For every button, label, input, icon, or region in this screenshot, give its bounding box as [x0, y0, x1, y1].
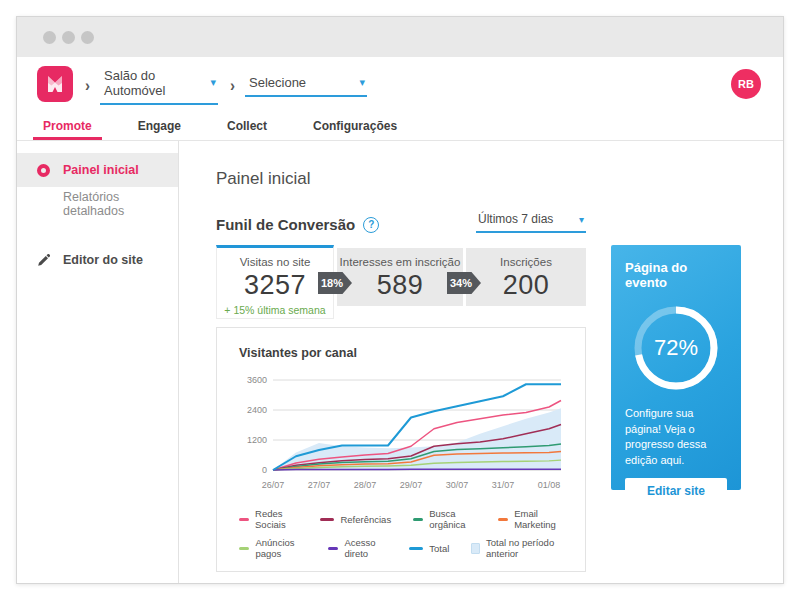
- edition-select[interactable]: Selecione ▾: [245, 71, 367, 97]
- event-page-card-title: Página do evento: [625, 260, 727, 290]
- tab-collect[interactable]: Collect: [217, 111, 277, 140]
- legend-swatch: [413, 518, 423, 521]
- main-nav-tabs: Promote Engage Collect Configurações: [17, 111, 783, 141]
- legend-item[interactable]: Referências: [320, 508, 391, 530]
- app-header: › Salão do Automóvel ▾ › Selecione ▾ RB: [17, 57, 783, 111]
- period-select[interactable]: Últimos 7 dias ▾: [476, 209, 586, 233]
- svg-text:1200: 1200: [247, 435, 267, 445]
- edit-site-button[interactable]: Editar site: [625, 478, 727, 504]
- event-page-description: Configure sua página! Veja o progresso d…: [625, 406, 727, 468]
- legend-swatch: [471, 543, 480, 554]
- svg-text:3600: 3600: [247, 375, 267, 385]
- legend-label: Redes Sociais: [255, 508, 298, 530]
- user-avatar[interactable]: RB: [731, 69, 761, 99]
- funnel-card-label: Visitas no site: [240, 256, 311, 268]
- svg-text:0: 0: [262, 465, 267, 475]
- main-content: Painel inicial Funil de Conversão ? Últi…: [179, 141, 783, 583]
- tab-configuracoes[interactable]: Configurações: [303, 111, 407, 140]
- svg-text:01/08: 01/08: [538, 480, 561, 490]
- svg-text:26/07: 26/07: [262, 480, 285, 490]
- legend-item[interactable]: Acesso direto: [328, 537, 387, 559]
- progress-percent-label: 72%: [628, 300, 724, 396]
- caret-down-icon: ▾: [210, 76, 216, 89]
- period-select-value: Últimos 7 dias: [478, 212, 553, 226]
- help-icon[interactable]: ?: [363, 217, 379, 233]
- legend-swatch: [239, 547, 249, 550]
- legend-item[interactable]: Email Marketing: [498, 508, 563, 530]
- breadcrumb-chevron-icon: ›: [230, 74, 235, 94]
- tab-engage[interactable]: Engage: [128, 111, 191, 140]
- funnel-card-value: 589: [377, 270, 424, 301]
- window-control-dot[interactable]: [43, 31, 56, 44]
- funnel-card-label: Inscrições: [500, 256, 552, 268]
- chart-legend: Redes SociaisReferênciasBusca orgânicaEm…: [239, 508, 563, 559]
- legend-swatch: [498, 518, 508, 521]
- legend-item[interactable]: Total no período anterior: [471, 537, 563, 559]
- page-title: Painel inicial: [216, 169, 783, 189]
- window-titlebar: [17, 17, 783, 57]
- progress-ring: 72%: [628, 300, 724, 396]
- legend-item[interactable]: Busca orgânica: [413, 508, 476, 530]
- legend-swatch: [328, 547, 338, 550]
- legend-label: Total no período anterior: [486, 537, 563, 559]
- legend-label: Total: [429, 543, 449, 554]
- window-control-dot[interactable]: [62, 31, 75, 44]
- sidebar-item-painel-inicial[interactable]: Painel inicial: [17, 153, 178, 187]
- funnel-card-label: Interesses em inscrição: [340, 256, 461, 268]
- legend-swatch: [409, 547, 423, 550]
- funnel-card-note: + 15% última semana: [224, 304, 325, 316]
- funnel-section-title: Funil de Conversão: [216, 216, 355, 233]
- funnel-card-interesses[interactable]: Interesses em inscrição 589: [337, 248, 463, 306]
- sidebar-item-label: Painel inicial: [63, 163, 139, 177]
- breadcrumb-chevron-icon: ›: [85, 74, 90, 94]
- svg-text:31/07: 31/07: [492, 480, 515, 490]
- sidebar-item-label: Relatórios detalhados: [63, 190, 178, 218]
- event-select-value: Salão do Automóvel: [104, 68, 202, 98]
- window-control-dot[interactable]: [81, 31, 94, 44]
- legend-item[interactable]: Redes Sociais: [239, 508, 298, 530]
- legend-swatch: [239, 518, 249, 521]
- sidebar-item-label: Editor do site: [63, 253, 143, 267]
- caret-down-icon: ▾: [359, 76, 365, 89]
- event-select[interactable]: Salão do Automóvel ▾: [100, 64, 218, 105]
- legend-label: Anúncios pagos: [255, 537, 306, 559]
- funnel-card-value: 200: [503, 270, 550, 301]
- svg-text:28/07: 28/07: [354, 480, 377, 490]
- funnel-card-value: 3257: [244, 270, 306, 301]
- funnel-cards: Visitas no site 3257 + 15% última semana…: [216, 245, 586, 319]
- sidebar-item-editor-do-site[interactable]: Editor do site: [17, 243, 178, 277]
- sidebar-item-relatorios-detalhados[interactable]: Relatórios detalhados: [17, 187, 178, 221]
- legend-item[interactable]: Total: [409, 537, 449, 559]
- svg-text:2400: 2400: [247, 405, 267, 415]
- legend-label: Acesso direto: [344, 537, 387, 559]
- visitors-line-chart: 012002400360026/0727/0728/0729/0730/0731…: [239, 368, 565, 500]
- browser-window: › Salão do Automóvel ▾ › Selecione ▾ RB …: [16, 16, 784, 584]
- sidebar: Painel inicial Relatórios detalhados Edi…: [17, 141, 179, 583]
- ring-icon: [37, 164, 63, 177]
- tab-promote[interactable]: Promote: [33, 111, 102, 140]
- event-page-card: Página do evento 72% Configure sua págin…: [611, 245, 741, 490]
- visitors-chart-card: Visitantes por canal 012002400360026/072…: [216, 327, 586, 572]
- legend-label: Busca orgânica: [429, 508, 476, 530]
- funnel-card-inscricoes[interactable]: Inscrições 200: [466, 248, 586, 306]
- svg-text:27/07: 27/07: [308, 480, 331, 490]
- app-logo-icon[interactable]: [37, 66, 73, 102]
- legend-swatch: [320, 518, 334, 521]
- pencil-icon: [37, 254, 63, 267]
- funnel-card-visitas[interactable]: Visitas no site 3257 + 15% última semana: [216, 245, 334, 319]
- svg-text:29/07: 29/07: [400, 480, 423, 490]
- legend-label: Email Marketing: [514, 508, 563, 530]
- edition-select-value: Selecione: [249, 75, 306, 90]
- svg-text:30/07: 30/07: [446, 480, 469, 490]
- caret-down-icon: ▾: [579, 214, 584, 225]
- legend-label: Referências: [340, 514, 391, 525]
- chart-title: Visitantes por canal: [239, 346, 563, 360]
- legend-item[interactable]: Anúncios pagos: [239, 537, 306, 559]
